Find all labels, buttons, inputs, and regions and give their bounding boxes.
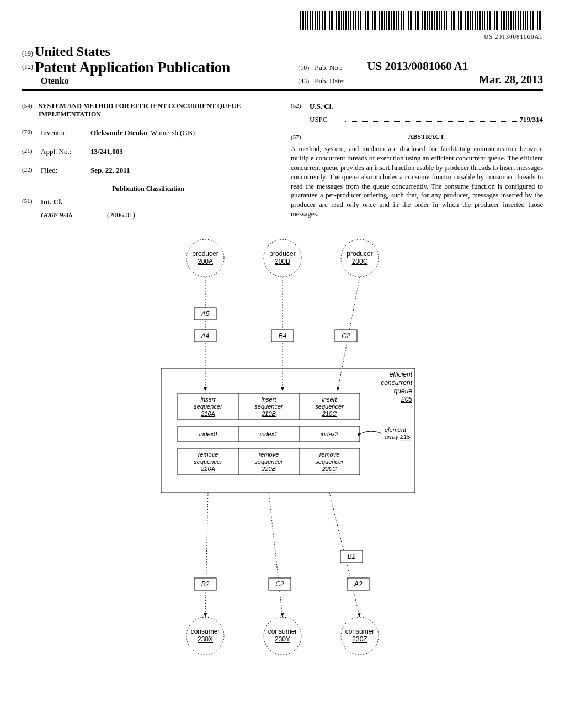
inventor-lastname: Otenko — [41, 76, 69, 85]
figure-svg: producer 200A producer 200B producer 200… — [106, 236, 459, 677]
consumer-y-label: consumer — [268, 628, 297, 635]
barcode-area: US 20130081060A1 — [22, 11, 543, 40]
svg-text:220A: 220A — [200, 465, 215, 472]
svg-text:sequencer: sequencer — [254, 403, 284, 410]
inventor-name: Oleksandr Otenko — [90, 129, 147, 137]
code-43: (43) — [298, 77, 315, 85]
consumer-x-id: 230X — [198, 635, 213, 643]
svg-text:array 215: array 215 — [385, 433, 411, 440]
svg-text:index0: index0 — [199, 431, 217, 437]
msg-c2: C2 — [342, 332, 350, 340]
code-52: (52) — [291, 102, 310, 111]
code-51: (51) — [22, 197, 41, 206]
header-left: (19) United States (12) Patent Applicati… — [22, 44, 292, 86]
inventor-value: Oleksandr Otenko, Winnersh (GB) — [90, 129, 274, 137]
msg-c2b: C2 — [275, 580, 284, 588]
msg-a4: A4 — [201, 332, 210, 340]
svg-text:sequencer: sequencer — [194, 403, 223, 410]
queue-id: 205 — [401, 395, 412, 403]
svg-line-42 — [205, 493, 208, 617]
queue-label-1: efficient — [390, 371, 413, 378]
uscl-label: U.S. Cl. — [310, 102, 333, 110]
header-divider — [22, 89, 543, 91]
consumer-z-label: consumer — [345, 628, 375, 635]
svg-text:sequencer: sequencer — [315, 403, 344, 410]
consumer-x-label: consumer — [191, 628, 220, 635]
dot-leader — [345, 116, 517, 122]
applno-value: 13/241,003 — [90, 147, 123, 156]
code-54: (54) — [22, 102, 39, 119]
header-row: (19) United States (12) Patent Applicati… — [22, 44, 543, 86]
consumer-y-id: 230Y — [275, 635, 290, 643]
code-21: (21) — [22, 147, 41, 156]
queue-label-3: queue — [394, 387, 413, 395]
svg-text:insert: insert — [262, 396, 277, 403]
svg-text:210C: 210C — [322, 410, 337, 417]
publication-type: Patent Application Publication — [35, 59, 230, 76]
msg-b2a: B2 — [201, 580, 210, 588]
msg-a2: A2 — [354, 580, 363, 588]
intcl-code: G06F 9/46 — [41, 211, 107, 220]
svg-text:index2: index2 — [321, 431, 338, 437]
element-array-label-1: element — [385, 426, 407, 433]
code-12: (12) — [22, 63, 33, 71]
producer-a-id: 200A — [198, 258, 213, 265]
inventor-location: , Winnersh (GB) — [147, 129, 195, 137]
svg-text:210A: 210A — [200, 410, 215, 417]
code-57: (57) — [291, 133, 310, 140]
svg-text:220C: 220C — [322, 465, 337, 472]
svg-text:remove: remove — [319, 451, 340, 458]
abstract-body: A method, system, and medium are disclos… — [291, 144, 543, 219]
invention-title: SYSTEM AND METHOD FOR EFFICIENT CONCURRE… — [39, 102, 274, 119]
svg-text:insert: insert — [201, 396, 216, 403]
msg-b4: B4 — [279, 332, 287, 340]
pubdate-value: Mar. 28, 2013 — [479, 73, 543, 86]
producer-c-id: 200C — [352, 258, 368, 265]
msg-b2b: B2 — [348, 553, 356, 560]
barcode-graphic — [300, 11, 543, 30]
intcl-date: (2006.01) — [107, 211, 135, 220]
svg-line-43 — [269, 493, 282, 617]
abstract-heading: ABSTRACT — [310, 133, 543, 141]
intcl-label: Int. Cl. — [41, 197, 62, 206]
svg-text:210B: 210B — [261, 410, 276, 417]
right-column: (52) U.S. Cl. USPC 719/314 (57) ABSTRACT… — [291, 98, 543, 220]
svg-text:index1: index1 — [260, 431, 278, 437]
svg-text:sequencer: sequencer — [315, 458, 344, 465]
code-22: (22) — [22, 166, 41, 175]
filed-label: Filed: — [41, 166, 90, 175]
svg-text:sequencer: sequencer — [194, 458, 223, 465]
msg-a5: A5 — [201, 310, 210, 318]
figure: producer 200A producer 200B producer 200… — [22, 236, 543, 677]
uspc-value: 719/314 — [519, 115, 543, 124]
svg-text:remove: remove — [259, 451, 279, 458]
filed-value: Sep. 22, 2011 — [90, 166, 130, 174]
pubno-label: Pub. No.: — [315, 63, 367, 72]
producer-b-id: 200B — [275, 258, 290, 265]
inventor-label: Inventor: — [41, 129, 90, 137]
producer-b-label: producer — [269, 250, 295, 258]
barcode-number: US 20130081060A1 — [22, 33, 543, 40]
svg-text:sequencer: sequencer — [254, 458, 284, 465]
pubclass-heading: Publication Classification — [22, 185, 274, 193]
country: United States — [35, 44, 110, 58]
producer-c-label: producer — [347, 250, 372, 258]
biblio-columns: (54) SYSTEM AND METHOD FOR EFFICIENT CON… — [22, 98, 543, 220]
svg-text:remove: remove — [198, 451, 218, 458]
uspc-label: USPC — [310, 115, 343, 124]
queue-label-2: concurrent — [381, 379, 412, 387]
code-10: (10) — [298, 64, 315, 72]
code-19: (19) — [22, 50, 33, 57]
svg-text:insert: insert — [322, 396, 338, 403]
pubdate-label: Pub. Date: — [315, 77, 367, 85]
header-right: (10) Pub. No.: US 2013/0081060 A1 (43) P… — [292, 60, 543, 86]
left-column: (54) SYSTEM AND METHOD FOR EFFICIENT CON… — [22, 98, 274, 220]
pubno-value: US 2013/0081060 A1 — [367, 60, 468, 73]
code-76: (76) — [22, 129, 41, 137]
producer-a-label: producer — [192, 250, 218, 258]
applno-label: Appl. No.: — [41, 147, 90, 156]
consumer-z-id: 230Z — [352, 635, 367, 643]
svg-text:220B: 220B — [261, 465, 276, 472]
